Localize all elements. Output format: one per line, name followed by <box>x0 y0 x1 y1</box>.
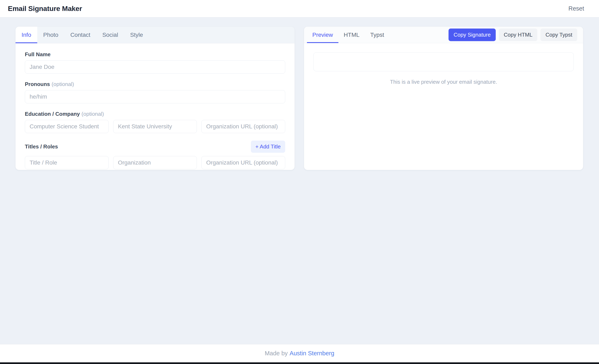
title-org-url-input[interactable] <box>201 156 285 169</box>
copy-signature-button[interactable]: Copy Signature <box>449 28 495 41</box>
pronouns-field-group: Pronouns(optional) <box>25 81 285 103</box>
copy-html-button[interactable]: Copy HTML <box>499 28 537 41</box>
footer-made-by-text: Made by <box>265 350 288 357</box>
tab-photo[interactable]: Photo <box>37 27 64 43</box>
tab-info[interactable]: Info <box>16 27 37 43</box>
titles-field-group: Titles / Roles + Add Title <box>25 141 285 169</box>
editor-card: Info Photo Contact Social Style Full Nam… <box>15 26 295 170</box>
preview-header: Preview HTML Typst Copy Signature Copy H… <box>304 27 583 43</box>
pronouns-optional-label: (optional) <box>52 81 74 87</box>
app-footer: Made by Austin Sternberg <box>0 344 599 362</box>
education-school-input[interactable] <box>113 120 197 133</box>
editor-body: Full Name Pronouns(optional) Education /… <box>16 43 295 170</box>
full-name-field-group: Full Name <box>25 51 285 74</box>
footer-author-link[interactable]: Austin Sternberg <box>290 350 334 357</box>
preview-card: Preview HTML Typst Copy Signature Copy H… <box>304 26 583 170</box>
preview-body: This is a live preview of your email sig… <box>304 43 583 94</box>
tab-style[interactable]: Style <box>124 27 149 43</box>
title-role-input[interactable] <box>25 156 109 169</box>
full-name-input[interactable] <box>25 60 285 74</box>
add-title-button[interactable]: + Add Title <box>251 141 285 153</box>
titles-input-row <box>25 156 285 169</box>
titles-label: Titles / Roles <box>25 144 58 150</box>
education-label-text: Education / Company <box>25 111 80 117</box>
tab-social[interactable]: Social <box>96 27 124 43</box>
editor-tabstrip: Info Photo Contact Social Style <box>16 27 295 43</box>
education-field-group: Education / Company(optional) <box>25 111 285 133</box>
tab-preview[interactable]: Preview <box>307 27 338 43</box>
education-label: Education / Company(optional) <box>25 111 285 117</box>
education-optional-label: (optional) <box>81 111 104 117</box>
bottom-window-edge <box>0 362 599 364</box>
tab-contact[interactable]: Contact <box>64 27 97 43</box>
tab-typst[interactable]: Typst <box>365 27 389 43</box>
education-url-input[interactable] <box>201 120 285 133</box>
pronouns-label: Pronouns(optional) <box>25 81 285 87</box>
title-organization-input[interactable] <box>113 156 197 169</box>
education-degree-input[interactable] <box>25 120 109 133</box>
tab-html[interactable]: HTML <box>338 27 365 43</box>
copy-actions: Copy Signature Copy HTML Copy Typst <box>449 27 577 43</box>
titles-header-row: Titles / Roles + Add Title <box>25 141 285 153</box>
full-name-label: Full Name <box>25 51 285 58</box>
pronouns-label-text: Pronouns <box>25 81 50 87</box>
copy-typst-button[interactable]: Copy Typst <box>540 28 577 41</box>
app-header: Email Signature Maker Reset <box>0 0 599 17</box>
preview-caption: This is a live preview of your email sig… <box>313 79 574 85</box>
signature-preview-box <box>313 52 574 71</box>
main-content: Info Photo Contact Social Style Full Nam… <box>0 17 599 344</box>
page: Email Signature Maker Reset Info Photo C… <box>0 0 599 364</box>
page-title: Email Signature Maker <box>8 5 82 13</box>
education-input-row <box>25 120 285 133</box>
reset-button[interactable]: Reset <box>566 4 586 13</box>
pronouns-input[interactable] <box>25 90 285 103</box>
